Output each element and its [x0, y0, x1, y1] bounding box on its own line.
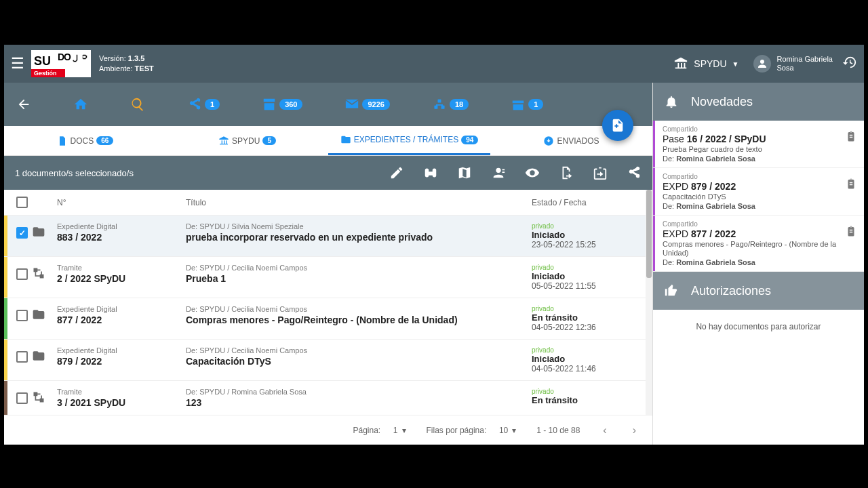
row-checkbox[interactable] [16, 351, 28, 363]
archive-button[interactable]: 360 [262, 97, 302, 112]
box-badge: 1 [528, 99, 543, 110]
svg-rect-3 [41, 399, 43, 402]
clipboard-icon[interactable] [845, 178, 857, 192]
tab-docs[interactable]: DOCS66 [4, 126, 166, 155]
new-doc-fab[interactable] [602, 110, 633, 141]
user-name-2: Sosa [776, 64, 833, 73]
row-number: 877 / 2022 [57, 314, 186, 325]
row-checkbox[interactable] [16, 227, 28, 239]
env-meta: Versión: 1.3.5 Ambiente: TEST [99, 54, 154, 74]
menu-icon[interactable]: ☰ [11, 55, 27, 73]
row-number: 3 / 2021 SPyDU [57, 397, 186, 408]
row-state: Iniciado [532, 230, 640, 240]
row-date: 23-05-2022 15:25 [532, 240, 640, 249]
row-from: De: SPYDU / Cecilia Noemi Campos [186, 346, 525, 354]
clipboard-icon[interactable] [845, 225, 857, 240]
prev-page[interactable]: ‹ [600, 422, 609, 439]
row-title: prueba incorporar reservado en un expedi… [186, 232, 525, 244]
row-date: 05-05-2022 11:55 [532, 281, 640, 291]
clipboard-icon[interactable] [845, 130, 857, 145]
auth-empty: No hay documentos para autorizar [653, 310, 864, 445]
row-privacy: privado [532, 388, 640, 395]
rows-label: Filas por página: [427, 426, 487, 435]
bank-icon [673, 56, 688, 71]
doc-export-icon[interactable] [559, 165, 574, 180]
chevron-down-icon[interactable]: ▾ [512, 426, 516, 435]
next-page[interactable]: › [630, 422, 639, 439]
tab-spydu[interactable]: SPYDU5 [166, 126, 328, 155]
thumb-up-icon [664, 283, 679, 298]
box-button[interactable]: 1 [511, 97, 543, 112]
tab-expedientes[interactable]: EXPEDIENTES / TRÁMITES94 [328, 126, 490, 155]
select-all-checkbox[interactable] [16, 197, 28, 208]
send-out-icon[interactable] [593, 165, 608, 180]
share-icon[interactable] [627, 165, 642, 180]
table-row[interactable]: Tramite3 / 2021 SPyDUDe: SPYDU / Romina … [4, 381, 652, 415]
share-badge: 1 [205, 99, 220, 110]
row-state: En tránsito [532, 312, 640, 323]
noti-from: De: Romina Gabriela Sosa [663, 258, 854, 266]
history-button[interactable] [842, 55, 857, 73]
page-value[interactable]: 1 [393, 426, 398, 435]
row-state: Iniciado [532, 354, 640, 364]
row-from: De: SPYDU / Cecilia Noemi Campos [186, 305, 525, 313]
noti-title: Pase 16 / 2022 / SPyDU [663, 134, 854, 144]
table-row[interactable]: Expediente Digital879 / 2022De: SPYDU / … [4, 340, 652, 381]
edit-icon[interactable] [389, 165, 404, 180]
row-title: 123 [186, 397, 525, 409]
row-date: 04-05-2022 11:46 [532, 364, 640, 373]
share-button[interactable]: 1 [187, 97, 220, 112]
row-privacy: privado [532, 222, 640, 230]
noti-title: EXPD 879 / 2022 [663, 181, 854, 192]
svg-rect-1 [41, 275, 43, 278]
noti-sub: Prueba Pegar cuadro de texto [663, 145, 854, 155]
inbox-badge: 9226 [362, 99, 389, 110]
bell-icon [664, 94, 679, 109]
distribute-button[interactable]: 18 [432, 97, 469, 112]
binoculars-icon[interactable] [423, 165, 438, 180]
svg-rect-0 [34, 268, 37, 271]
search-button[interactable] [130, 97, 145, 112]
row-checkbox[interactable] [16, 392, 28, 404]
user-chip[interactable]: Romina GabrielaSosa [753, 55, 833, 73]
noti-sub: Compras menores - Pago/Reintegro - (Nomb… [663, 240, 854, 259]
back-button[interactable] [16, 97, 31, 112]
row-title: Capacitación DTyS [186, 356, 525, 368]
assign-icon[interactable] [491, 165, 506, 180]
notification-item[interactable]: CompartidoEXPD 879 / 2022Capacitación DT… [653, 168, 864, 216]
map-icon[interactable] [457, 165, 472, 180]
row-checkbox[interactable] [16, 268, 28, 280]
org-selector[interactable]: SPYDU ▼ [667, 52, 745, 75]
selection-text: 1 documento/s seleccionado/s [15, 168, 389, 178]
user-icon [753, 55, 771, 73]
folder-icon [32, 349, 45, 365]
row-checkbox[interactable] [16, 310, 28, 321]
eye-icon[interactable] [525, 165, 540, 180]
page-label: Página: [353, 426, 380, 435]
row-title: Prueba 1 [186, 273, 525, 285]
table-row[interactable]: Tramite2 / 2022 SPyDUDe: SPYDU / Cecilia… [4, 257, 652, 298]
table-row[interactable]: Expediente Digital883 / 2022De: SPYDU / … [4, 216, 652, 257]
inbox-button[interactable]: 9226 [344, 97, 389, 112]
row-number: 2 / 2022 SPyDU [57, 273, 186, 284]
chevron-down-icon[interactable]: ▾ [402, 426, 406, 435]
notification-item[interactable]: CompartidoEXPD 877 / 2022Compras menores… [653, 216, 864, 272]
home-button[interactable] [73, 97, 88, 112]
notification-item[interactable]: CompartidoPase 16 / 2022 / SPyDUPrueba P… [653, 121, 864, 168]
row-privacy: privado [532, 346, 640, 354]
table-row[interactable]: Expediente Digital877 / 2022De: SPYDU / … [4, 298, 652, 340]
archive-badge: 360 [279, 99, 302, 110]
rows-value[interactable]: 10 [499, 426, 508, 435]
col-number: N° [57, 198, 186, 207]
pager: Página: 1 ▾ Filas por página: 10 ▾ 1 - 1… [4, 415, 652, 445]
svg-rect-2 [34, 392, 37, 395]
row-state: Iniciado [532, 271, 640, 281]
noti-from: De: Romina Gabriela Sosa [663, 155, 854, 163]
row-type: Expediente Digital [57, 305, 186, 313]
scrollbar[interactable] [646, 190, 652, 415]
noti-tag: Compartido [663, 125, 854, 133]
row-privacy: privado [532, 305, 640, 312]
col-title: Título [186, 198, 532, 207]
row-type: Tramite [57, 264, 186, 272]
noti-title: EXPD 877 / 2022 [663, 228, 854, 239]
